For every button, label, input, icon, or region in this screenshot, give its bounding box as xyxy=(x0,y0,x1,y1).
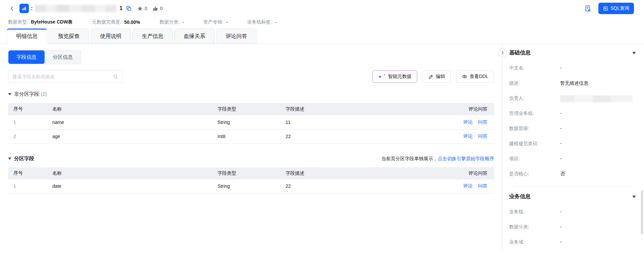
col-name: 名称 xyxy=(47,103,212,115)
cell-type: String xyxy=(212,179,280,193)
sidebar-field-business-domain: 业务域: - xyxy=(509,239,636,246)
view-ddl-button[interactable]: 查看DDL xyxy=(456,71,494,83)
edit-label: 编辑 xyxy=(436,74,445,80)
search-icon xyxy=(113,74,118,80)
field-search-box[interactable] xyxy=(8,70,123,83)
like-counter[interactable]: 0 xyxy=(153,6,163,11)
col-index: 序号 xyxy=(8,167,47,179)
collapse-caret-icon[interactable] xyxy=(632,196,636,198)
toggle-engine-order-link[interactable]: 点击切换引擎原始字段顺序 xyxy=(438,156,494,161)
caret-down-icon[interactable] xyxy=(8,158,11,160)
pencil-icon xyxy=(428,74,433,79)
tab-detail-info[interactable]: 明细信息 xyxy=(7,29,47,44)
field-value: - xyxy=(560,239,562,246)
non-partition-title: 非分区字段 xyxy=(14,91,39,97)
sql-query-label: SQL查询 xyxy=(610,5,629,11)
partition-title: 分区字段 xyxy=(14,156,34,162)
tab-usage-notes[interactable]: 使用说明 xyxy=(91,29,131,44)
page-title: 1 xyxy=(119,5,122,11)
segment-field-info[interactable]: 字段信息 xyxy=(8,50,45,64)
cell-type: Int8 xyxy=(212,129,280,143)
meta-data-type: 数据类型: ByteHouse CDW表 xyxy=(8,19,72,25)
field-label: 是否核心: xyxy=(509,171,560,178)
qa-link[interactable]: 问答 xyxy=(478,119,487,125)
sql-query-button[interactable]: SQL查询 xyxy=(598,3,634,14)
meta-label: 资产专辑: xyxy=(203,19,223,25)
field-value: - xyxy=(560,65,562,72)
caret-down-icon[interactable] xyxy=(8,93,11,95)
cell-qa: 评论 问答 xyxy=(426,179,494,193)
field-value: - xyxy=(560,126,562,132)
non-partition-count: (2) xyxy=(41,91,47,97)
comment-link[interactable]: 评论 xyxy=(463,133,473,139)
qa-link[interactable]: 问答 xyxy=(478,133,487,139)
table-row: 1 name String 11 评论 问答 xyxy=(8,115,494,129)
field-value: - xyxy=(560,224,562,231)
tab-bar: 明细信息 预览探查 使用说明 生产信息 血缘关系 评论问答 xyxy=(0,26,644,44)
field-label: 业务域: xyxy=(509,239,560,246)
copy-icon[interactable] xyxy=(126,5,132,11)
search-input[interactable] xyxy=(12,74,113,79)
meta-label: 数据分类: xyxy=(160,19,180,25)
collapse-caret-icon[interactable] xyxy=(632,52,636,54)
segment-partition-info[interactable]: 分区信息 xyxy=(45,50,81,64)
meta-completeness: 元数据完善度: 50.00% xyxy=(92,19,140,25)
table-row: 1 date String 22 评论 问答 xyxy=(8,179,494,193)
meta-value: ByteHouse CDW表 xyxy=(31,19,72,25)
like-count: 0 xyxy=(160,6,163,11)
field-label: 数据层级: xyxy=(509,126,560,132)
cell-name: date xyxy=(47,179,212,193)
edit-button[interactable]: 编辑 xyxy=(423,71,451,83)
sidebar-collapse-button[interactable] xyxy=(498,48,507,57)
field-value: - xyxy=(560,141,562,147)
comment-link[interactable]: 评论 xyxy=(463,183,473,188)
sidebar-scrollbar[interactable] xyxy=(641,190,643,234)
sql-search-icon xyxy=(603,6,608,11)
meta-row: 数据类型: ByteHouse CDW表 元数据完善度: 50.00% 数据分类… xyxy=(0,17,644,26)
col-desc: 字段描述 xyxy=(280,167,426,179)
meta-data-classification: 数据分类: - xyxy=(160,19,184,25)
cell-index: 1 xyxy=(8,115,47,129)
sidebar-field-description: 描述: 暂无描述信息 xyxy=(509,80,636,87)
chevron-left-icon xyxy=(9,6,15,11)
sidebar-field-owner: 负责人: xyxy=(509,95,636,102)
table-row: 2 age Int8 22 评论 问答 xyxy=(8,129,494,143)
field-value[interactable]: - xyxy=(560,209,562,216)
main-content: 字段信息 分区信息 ✦✦ 智能元数据 编辑 查看DDL xyxy=(0,44,502,252)
col-qa: 评论问答 xyxy=(426,167,494,179)
table-header-row: 序号 名称 字段类型 字段描述 评论问答 xyxy=(8,103,494,115)
sparkle-icon: ✦ xyxy=(378,74,382,79)
non-partition-table: 序号 名称 字段类型 字段描述 评论问答 1 name String 11 评论… xyxy=(8,103,494,144)
col-qa: 评论问答 xyxy=(426,103,494,115)
tab-comments-qa[interactable]: 评论问答 xyxy=(216,29,257,44)
meta-label: 业务线标签: xyxy=(247,19,272,25)
qa-link[interactable]: 问答 xyxy=(478,183,487,188)
tab-preview-explore[interactable]: 预览探查 xyxy=(49,29,89,44)
cell-name: name xyxy=(47,115,212,129)
comment-link[interactable]: 评论 xyxy=(463,119,473,125)
field-value: 否 xyxy=(560,171,565,178)
tab-production-info[interactable]: 生产信息 xyxy=(132,29,173,44)
field-label: 建模规范类目: xyxy=(509,141,560,147)
partition-note: 当前页分区字段单独展示，点击切换引擎原始字段顺序 xyxy=(381,156,494,162)
cell-desc: 11 xyxy=(280,115,426,129)
tab-lineage[interactable]: 血缘关系 xyxy=(174,29,215,44)
field-value[interactable]: - xyxy=(560,111,562,117)
title-colon: : xyxy=(31,5,33,11)
smart-metadata-button[interactable]: ✦✦ 智能元数据 xyxy=(372,71,417,83)
cell-type: String xyxy=(212,115,280,129)
add-to-doc-icon[interactable] xyxy=(584,5,591,12)
info-sidebar: 基础信息 中文名: - 描述: 暂无描述信息 负责人: 管理业务线: - 数据层… xyxy=(502,44,644,252)
back-button[interactable] xyxy=(8,4,16,12)
meta-label: 元数据完善度: xyxy=(92,19,121,25)
sidebar-field-managing-business-line: 管理业务线: - xyxy=(509,111,636,117)
star-count: 0 xyxy=(145,6,147,11)
col-desc: 字段描述 xyxy=(280,103,426,115)
sidebar-field-modeling-category: 建模规范类目: - xyxy=(509,141,636,147)
star-counter[interactable]: 0 xyxy=(137,6,147,11)
thumbs-up-icon xyxy=(153,6,158,11)
col-name: 名称 xyxy=(47,167,212,179)
page-header: : 1 0 0 SQL查询 xyxy=(0,0,644,17)
field-value: - xyxy=(560,156,562,163)
sidebar-field-data-layer: 数据层级: - xyxy=(509,126,636,132)
